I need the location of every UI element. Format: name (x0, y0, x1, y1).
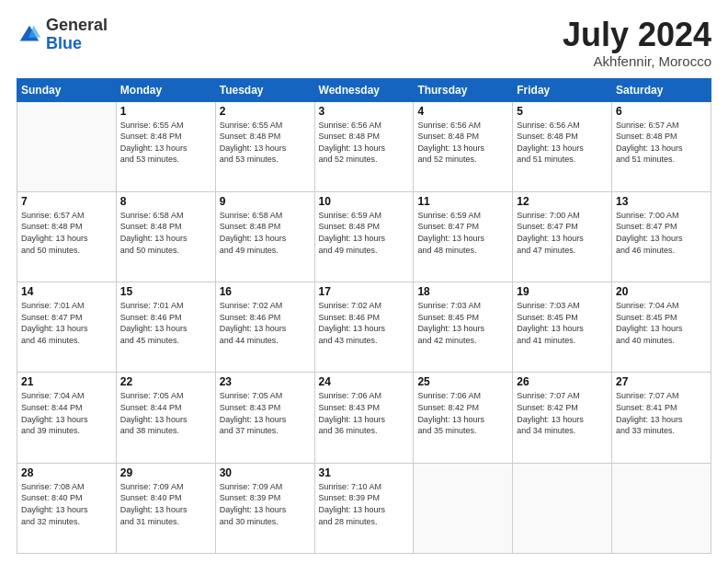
day-number: 1 (120, 105, 211, 118)
logo: General Blue (17, 17, 108, 53)
calendar-table: Sunday Monday Tuesday Wednesday Thursday… (17, 78, 711, 554)
calendar-cell: 1Sunrise: 6:55 AM Sunset: 8:48 PM Daylig… (116, 101, 215, 191)
day-number: 18 (417, 285, 508, 298)
calendar-cell: 7Sunrise: 6:57 AM Sunset: 8:48 PM Daylig… (17, 191, 117, 282)
calendar-cell: 21Sunrise: 7:04 AM Sunset: 8:44 PM Dayli… (17, 373, 117, 463)
day-number: 26 (517, 375, 608, 388)
title-area: July 2024 Akhfennir, Morocco (563, 17, 711, 69)
day-number: 20 (616, 285, 707, 298)
calendar-cell: 2Sunrise: 6:55 AM Sunset: 8:48 PM Daylig… (215, 101, 314, 191)
logo-text: General Blue (46, 17, 108, 53)
location-subtitle: Akhfennir, Morocco (563, 53, 711, 69)
calendar-cell: 10Sunrise: 6:59 AM Sunset: 8:48 PM Dayli… (314, 191, 414, 282)
col-tuesday: Tuesday (215, 78, 314, 101)
day-number: 24 (319, 375, 410, 388)
day-number: 22 (120, 375, 211, 388)
day-number: 21 (21, 375, 112, 388)
calendar-cell: 14Sunrise: 7:01 AM Sunset: 8:47 PM Dayli… (17, 282, 117, 373)
calendar-cell (612, 463, 711, 553)
calendar-week-1: 7Sunrise: 6:57 AM Sunset: 8:48 PM Daylig… (17, 191, 711, 282)
cell-info: Sunrise: 6:55 AM Sunset: 8:48 PM Dayligh… (220, 120, 311, 166)
day-number: 30 (220, 466, 311, 479)
calendar-cell: 27Sunrise: 7:07 AM Sunset: 8:41 PM Dayli… (612, 373, 711, 463)
cell-info: Sunrise: 7:06 AM Sunset: 8:42 PM Dayligh… (417, 390, 508, 436)
calendar-cell: 22Sunrise: 7:05 AM Sunset: 8:44 PM Dayli… (116, 373, 215, 463)
cell-info: Sunrise: 7:09 AM Sunset: 8:39 PM Dayligh… (220, 481, 311, 527)
cell-info: Sunrise: 6:58 AM Sunset: 8:48 PM Dayligh… (120, 210, 211, 256)
col-friday: Friday (513, 78, 612, 101)
col-sunday: Sunday (17, 78, 117, 101)
calendar-cell: 18Sunrise: 7:03 AM Sunset: 8:45 PM Dayli… (414, 282, 513, 373)
day-number: 29 (120, 466, 211, 479)
day-number: 10 (319, 195, 410, 208)
col-wednesday: Wednesday (314, 78, 414, 101)
page: General Blue July 2024 Akhfennir, Morocc… (0, 0, 728, 563)
day-number: 19 (517, 285, 608, 298)
calendar-cell (513, 463, 612, 553)
calendar-cell (17, 101, 117, 191)
day-number: 23 (220, 375, 311, 388)
cell-info: Sunrise: 7:05 AM Sunset: 8:44 PM Dayligh… (120, 390, 211, 436)
day-number: 7 (21, 195, 112, 208)
calendar-week-3: 21Sunrise: 7:04 AM Sunset: 8:44 PM Dayli… (17, 373, 711, 463)
calendar-cell: 3Sunrise: 6:56 AM Sunset: 8:48 PM Daylig… (314, 101, 414, 191)
calendar-week-2: 14Sunrise: 7:01 AM Sunset: 8:47 PM Dayli… (17, 282, 711, 373)
day-number: 13 (616, 195, 707, 208)
col-monday: Monday (116, 78, 215, 101)
day-number: 2 (220, 105, 311, 118)
cell-info: Sunrise: 7:09 AM Sunset: 8:40 PM Dayligh… (120, 481, 211, 527)
cell-info: Sunrise: 7:07 AM Sunset: 8:41 PM Dayligh… (616, 390, 707, 436)
cell-info: Sunrise: 7:07 AM Sunset: 8:42 PM Dayligh… (517, 390, 608, 436)
day-number: 16 (220, 285, 311, 298)
calendar-cell: 5Sunrise: 6:56 AM Sunset: 8:48 PM Daylig… (513, 101, 612, 191)
calendar-cell: 16Sunrise: 7:02 AM Sunset: 8:46 PM Dayli… (215, 282, 314, 373)
col-thursday: Thursday (414, 78, 513, 101)
day-number: 12 (517, 195, 608, 208)
day-number: 31 (319, 466, 410, 479)
day-number: 11 (417, 195, 508, 208)
calendar-cell: 15Sunrise: 7:01 AM Sunset: 8:46 PM Dayli… (116, 282, 215, 373)
cell-info: Sunrise: 7:08 AM Sunset: 8:40 PM Dayligh… (21, 481, 112, 527)
cell-info: Sunrise: 6:56 AM Sunset: 8:48 PM Dayligh… (319, 120, 410, 166)
calendar-cell (414, 463, 513, 553)
calendar-cell: 29Sunrise: 7:09 AM Sunset: 8:40 PM Dayli… (116, 463, 215, 553)
calendar-week-4: 28Sunrise: 7:08 AM Sunset: 8:40 PM Dayli… (17, 463, 711, 553)
calendar-cell: 24Sunrise: 7:06 AM Sunset: 8:43 PM Dayli… (314, 373, 414, 463)
col-saturday: Saturday (612, 78, 711, 101)
calendar-cell: 31Sunrise: 7:10 AM Sunset: 8:39 PM Dayli… (314, 463, 414, 553)
calendar-cell: 6Sunrise: 6:57 AM Sunset: 8:48 PM Daylig… (612, 101, 711, 191)
day-number: 28 (21, 466, 112, 479)
cell-info: Sunrise: 6:57 AM Sunset: 8:48 PM Dayligh… (616, 120, 707, 166)
cell-info: Sunrise: 6:57 AM Sunset: 8:48 PM Dayligh… (21, 210, 112, 256)
calendar-week-0: 1Sunrise: 6:55 AM Sunset: 8:48 PM Daylig… (17, 101, 711, 191)
cell-info: Sunrise: 7:03 AM Sunset: 8:45 PM Dayligh… (517, 300, 608, 346)
cell-info: Sunrise: 7:06 AM Sunset: 8:43 PM Dayligh… (319, 390, 410, 436)
cell-info: Sunrise: 7:01 AM Sunset: 8:47 PM Dayligh… (21, 300, 112, 346)
day-number: 9 (220, 195, 311, 208)
calendar-cell: 11Sunrise: 6:59 AM Sunset: 8:47 PM Dayli… (414, 191, 513, 282)
calendar-cell: 17Sunrise: 7:02 AM Sunset: 8:46 PM Dayli… (314, 282, 414, 373)
calendar-cell: 28Sunrise: 7:08 AM Sunset: 8:40 PM Dayli… (17, 463, 117, 553)
cell-info: Sunrise: 6:59 AM Sunset: 8:47 PM Dayligh… (417, 210, 508, 256)
cell-info: Sunrise: 7:00 AM Sunset: 8:47 PM Dayligh… (616, 210, 707, 256)
cell-info: Sunrise: 6:55 AM Sunset: 8:48 PM Dayligh… (120, 120, 211, 166)
calendar-cell: 8Sunrise: 6:58 AM Sunset: 8:48 PM Daylig… (116, 191, 215, 282)
cell-info: Sunrise: 7:04 AM Sunset: 8:44 PM Dayligh… (21, 390, 112, 436)
day-number: 3 (319, 105, 410, 118)
calendar-cell: 19Sunrise: 7:03 AM Sunset: 8:45 PM Dayli… (513, 282, 612, 373)
day-number: 4 (417, 105, 508, 118)
day-number: 5 (517, 105, 608, 118)
day-number: 25 (417, 375, 508, 388)
day-number: 15 (120, 285, 211, 298)
cell-info: Sunrise: 7:05 AM Sunset: 8:43 PM Dayligh… (220, 390, 311, 436)
cell-info: Sunrise: 7:03 AM Sunset: 8:45 PM Dayligh… (417, 300, 508, 346)
day-number: 14 (21, 285, 112, 298)
cell-info: Sunrise: 7:02 AM Sunset: 8:46 PM Dayligh… (319, 300, 410, 346)
logo-icon (17, 22, 42, 48)
cell-info: Sunrise: 6:59 AM Sunset: 8:48 PM Dayligh… (319, 210, 410, 256)
calendar-cell: 25Sunrise: 7:06 AM Sunset: 8:42 PM Dayli… (414, 373, 513, 463)
calendar-cell: 23Sunrise: 7:05 AM Sunset: 8:43 PM Dayli… (215, 373, 314, 463)
header: General Blue July 2024 Akhfennir, Morocc… (17, 17, 711, 69)
cell-info: Sunrise: 6:58 AM Sunset: 8:48 PM Dayligh… (220, 210, 311, 256)
month-title: July 2024 (563, 17, 711, 53)
